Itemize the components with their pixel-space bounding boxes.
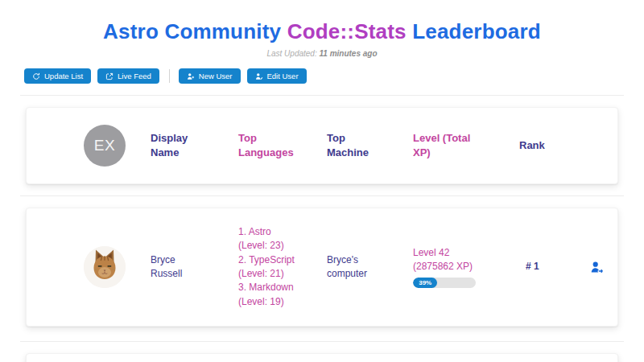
- row-top-machine: Bryce's computer: [327, 253, 391, 282]
- row-level: Level 42 (2875862 XP) 39%: [413, 246, 519, 289]
- divider-toolbar: [20, 95, 624, 96]
- last-updated-label: Last Updated:: [266, 49, 319, 58]
- language-line: 2. TypeScript: [238, 253, 327, 267]
- row-rank: # 1: [519, 260, 590, 274]
- leaderboard-row-partial: [26, 353, 618, 362]
- level-progress-bar: 39%: [413, 278, 476, 288]
- last-updated-value: 11 minutes ago: [319, 49, 377, 58]
- person-arrow-icon[interactable]: [590, 261, 617, 274]
- edit-user-button[interactable]: Edit User: [247, 68, 307, 84]
- update-list-button[interactable]: Update List: [24, 68, 91, 84]
- page-title: Astro Community Code::Stats Leaderboard: [0, 19, 644, 44]
- language-line: 1. Astro: [238, 225, 327, 239]
- divider-header: [20, 195, 624, 196]
- language-line: (Level: 23): [238, 239, 327, 253]
- language-line: (Level: 19): [238, 295, 327, 309]
- live-feed-button[interactable]: Live Feed: [97, 68, 159, 84]
- page-title-part2: Code::Stats: [287, 19, 407, 43]
- row-display-name: Bryce Russell: [151, 253, 207, 282]
- row-level-xp: (2875862 XP): [413, 260, 519, 274]
- column-top-languages: Top Languages: [238, 131, 312, 159]
- level-progress-fill: 39%: [413, 278, 437, 288]
- column-level-total-xp: Level (Total XP): [413, 131, 489, 159]
- edit-user-label: Edit User: [267, 72, 299, 80]
- new-user-button[interactable]: New User: [179, 68, 241, 84]
- row-level-title: Level 42: [413, 246, 519, 260]
- toolbar-divider: [169, 69, 170, 83]
- refresh-icon: [32, 72, 40, 80]
- language-line: 3. Markdown: [238, 281, 327, 294]
- person-edit-icon: [255, 72, 263, 80]
- column-top-machine: Top Machine: [327, 131, 385, 159]
- person-plus-icon: [187, 72, 195, 80]
- level-progress-label: 39%: [419, 278, 431, 288]
- example-avatar: EX: [84, 125, 126, 167]
- leaderboard-header-row: EX Display Name Top Languages Top Machin…: [26, 107, 618, 184]
- leaderboard-row: Bryce Russell 1. Astro (Level: 23) 2. Ty…: [26, 208, 618, 327]
- user-avatar: [84, 246, 126, 288]
- update-list-label: Update List: [44, 72, 83, 80]
- row-action: [590, 261, 617, 274]
- language-line: (Level: 21): [238, 267, 327, 281]
- external-link-icon: [105, 72, 114, 80]
- row-top-languages: 1. Astro (Level: 23) 2. TypeScript (Leve…: [238, 225, 327, 309]
- live-feed-label: Live Feed: [118, 72, 151, 80]
- new-user-label: New User: [199, 72, 233, 80]
- column-rank: Rank: [519, 138, 590, 153]
- page-title-part3: Leaderboard: [407, 19, 541, 43]
- example-avatar-label: EX: [94, 137, 115, 154]
- last-updated: Last Updated: 11 minutes ago: [0, 49, 644, 58]
- column-display-name: Display Name: [151, 131, 218, 159]
- page-title-part1: Astro Community: [103, 19, 287, 43]
- divider-row: [20, 341, 624, 342]
- toolbar: Update List Live Feed New User Edit User: [24, 68, 644, 84]
- cat-avatar-image: [84, 246, 126, 288]
